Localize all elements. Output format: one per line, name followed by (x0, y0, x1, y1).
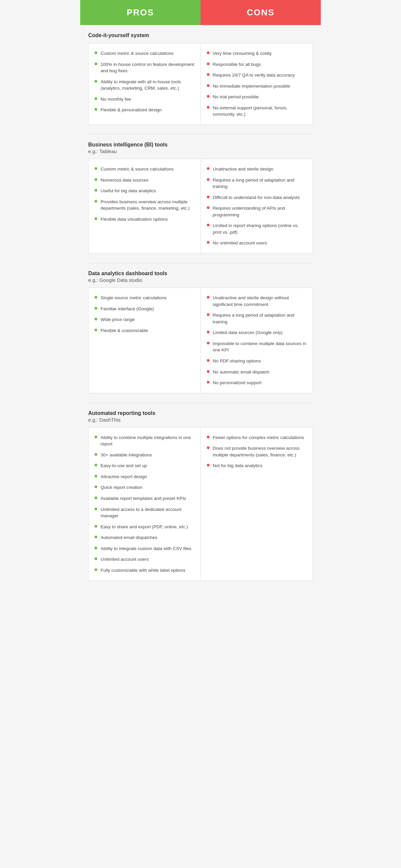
list-item: Available report templates and preset KP… (95, 495, 195, 502)
list-item: Automated email dispatches (95, 534, 195, 541)
bullet-dot-red (207, 381, 209, 383)
bullet-dot-red (207, 106, 209, 108)
bullet-text: No monthly fee (101, 96, 131, 103)
bullet-text: Requires a long period of adaptation and… (213, 177, 307, 190)
list-item: No unlimited account users (207, 240, 307, 246)
bullet-text: No PDF-sharing options (213, 358, 261, 365)
bullet-dot-green (95, 217, 97, 220)
bullet-dot-green (95, 178, 97, 181)
bullet-dot-red (207, 195, 209, 198)
bullet-text: Difficult to understand for non-data ana… (213, 194, 300, 201)
bullet-text: No automatic email dispatch (213, 369, 270, 375)
list-item: Wide price range (95, 316, 195, 323)
bullet-text: Custom metric & source calculations (101, 50, 173, 57)
bullet-dot-green (95, 525, 97, 528)
bullet-dot-green (95, 547, 97, 549)
bullet-text: Easy-to-use and set up (101, 462, 147, 469)
bullet-dot-green (95, 52, 97, 54)
list-item: Flexible & customizable (95, 327, 195, 334)
list-item: Custom metric & source calculations (95, 166, 195, 173)
bullet-dot-red (207, 331, 209, 333)
section-content-code-it-yourself: Custom metric & source calculations100% … (88, 43, 313, 125)
list-item: Unattractive and sterile design (207, 166, 307, 173)
bullet-text: No trial period possible (213, 94, 259, 100)
section-subtitle-automated-reporting: e.g.: DashThis (88, 417, 313, 423)
bullet-text: No unlimited account users (213, 240, 267, 246)
section-title-automated-reporting: Automated reporting tools (88, 410, 313, 416)
bullet-dot-red (207, 370, 209, 373)
bullet-text: Unattractive and sterile design (213, 166, 274, 173)
list-item: Provides business overview across multip… (95, 198, 195, 212)
list-item: Fully customizable with white label opti… (95, 567, 195, 574)
bullet-text: Fully customizable with white label opti… (101, 567, 186, 574)
bullet-dot-green (95, 557, 97, 560)
list-item: Ability to combine multiple integrations… (95, 434, 195, 447)
cons-col-code-it-yourself: Very time consuming & costlyResponsible … (201, 43, 313, 124)
bullet-text: Easy to share and export (PDF, online, e… (101, 524, 188, 530)
list-item: No external support (personal, forum, co… (207, 105, 307, 118)
bullet-text: Very time consuming & costly (213, 50, 272, 57)
bullet-text: Ability to combine multiple integrations… (101, 434, 195, 447)
bullet-dot-red (207, 224, 209, 226)
list-item: 30+ available integrations (95, 452, 195, 458)
section-code-it-yourself: Code-it-yourself systemCustom metric & s… (80, 25, 321, 134)
list-item: Familiar interface (Google) (95, 306, 195, 312)
cons-label: CONS (246, 7, 274, 18)
bullet-text: Wide price range (101, 316, 135, 323)
bullet-dot-green (95, 108, 97, 111)
section-data-analytics-dashboard: Data analytics dashboard toolse.g.: Goog… (80, 263, 321, 403)
bullet-text: Ability to integrate custom data with CS… (101, 545, 192, 552)
bullet-dot-green (95, 536, 97, 538)
bullet-dot-green (95, 453, 97, 456)
list-item: Easy-to-use and set up (95, 462, 195, 469)
section-title-data-analytics-dashboard: Data analytics dashboard tools (88, 271, 313, 277)
bullet-text: Flexible data visualization options (101, 216, 168, 223)
bullet-text: Ability to integrate with all in-house t… (101, 79, 195, 92)
list-item: Not for big data analytics (207, 462, 307, 469)
bullet-dot-red (207, 436, 209, 438)
bullet-dot-red (207, 73, 209, 76)
bullet-dot-green (95, 200, 97, 203)
bullet-text: Limited in report sharing options (onlin… (213, 222, 307, 236)
bullet-text: Custom metric & source calculations (101, 166, 173, 173)
section-bi-tools: Business intelligence (BI) toolse.g.: Ta… (80, 134, 321, 263)
list-item: No trial period possible (207, 94, 307, 100)
bullet-dot-red (207, 84, 209, 87)
list-item: Requires 24/7 QA to verify data accuracy (207, 72, 307, 79)
bullet-dot-green (95, 329, 97, 331)
list-item: Custom metric & source calculations (95, 50, 195, 57)
pros-col-data-analytics-dashboard: Single-source metric calculationsFamilia… (89, 288, 201, 393)
bullet-dot-green (95, 189, 97, 192)
section-subtitle-data-analytics-dashboard: e.g.: Google Data studio (88, 277, 313, 283)
bullet-text: No external support (personal, forum, co… (213, 105, 307, 118)
list-item: Requires understanding of APIs and progr… (207, 205, 307, 218)
bullet-dot-red (207, 342, 209, 344)
bullet-text: Unattractive and sterile design without … (213, 294, 307, 308)
list-item: No personalized support (207, 379, 307, 386)
section-automated-reporting: Automated reporting toolse.g.: DashThisA… (80, 403, 321, 590)
bullet-dot-green (95, 167, 97, 170)
pros-col-bi-tools: Custom metric & source calculationsNumer… (89, 159, 201, 253)
bullet-dot-red (207, 52, 209, 54)
list-item: Numerous data sources (95, 177, 195, 184)
bullet-text: Impossible to combine multiple data sour… (213, 340, 307, 353)
bullet-dot-green (95, 497, 97, 499)
bullet-dot-red (207, 359, 209, 362)
pros-col-automated-reporting: Ability to combine multiple integrations… (89, 428, 201, 581)
list-item: Does not provide business overview acros… (207, 445, 307, 458)
list-item: Useful for big data analytics (95, 188, 195, 194)
list-item: Limited in report sharing options (onlin… (207, 222, 307, 236)
bullet-text: Fewer options for complex metric calcula… (213, 434, 304, 441)
bullet-dot-red (207, 296, 209, 299)
list-item: Flexible & personalized design (95, 107, 195, 113)
bullet-text: Available report templates and preset KP… (101, 495, 186, 502)
bullet-dot-green (95, 318, 97, 320)
bullet-text: No personalized support (213, 379, 262, 386)
bullet-dot-green (95, 436, 97, 438)
bullet-dot-red (207, 464, 209, 466)
list-item: No automatic email dispatch (207, 369, 307, 375)
list-item: Quick report creation (95, 484, 195, 491)
section-content-bi-tools: Custom metric & source calculationsNumer… (88, 159, 313, 253)
section-title-bi-tools: Business intelligence (BI) tools (88, 142, 313, 148)
pros-col-code-it-yourself: Custom metric & source calculations100% … (89, 43, 201, 124)
